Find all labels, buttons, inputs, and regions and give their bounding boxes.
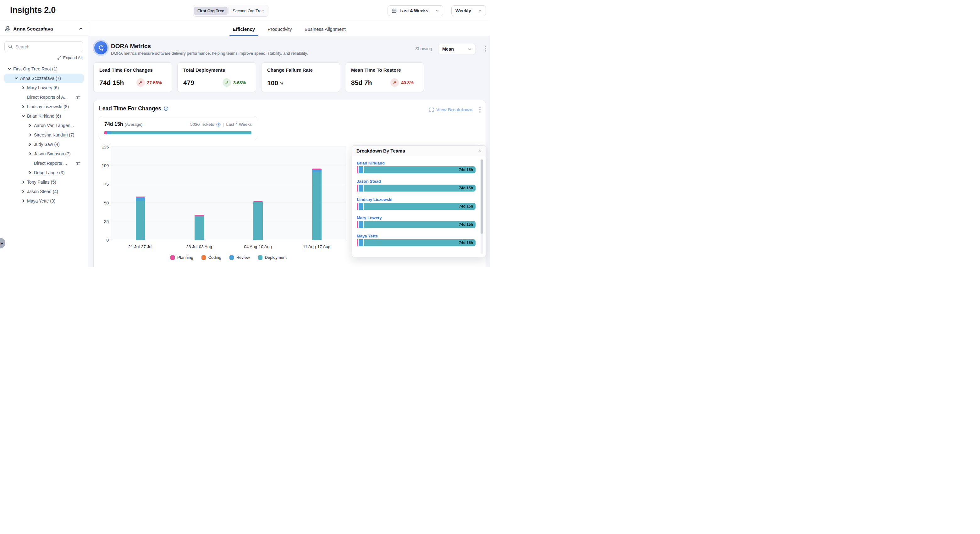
- metric-card-title: Total Deployments: [183, 67, 250, 73]
- tree-item-mary-lowery-6[interactable]: Mary Lowery (6): [5, 83, 84, 92]
- tab-label: Business Alignment: [305, 26, 346, 32]
- tab-business-alignment[interactable]: Business Alignment: [304, 22, 346, 36]
- team-bar-planning-segment: [357, 239, 358, 246]
- chevron-right-icon[interactable]: [28, 152, 34, 156]
- chevron-down-icon[interactable]: [8, 67, 13, 71]
- gridline-125: [111, 147, 346, 147]
- team-link-maya-yette[interactable]: Maya Yette: [357, 234, 378, 238]
- team-bar-mary-lowery: 74d 15h: [357, 221, 476, 228]
- chevron-up-icon[interactable]: [79, 27, 83, 31]
- legend-item-review: Review: [229, 255, 250, 260]
- tree-item-brian-kirkland-6[interactable]: Brian Kirkland (6): [5, 111, 84, 121]
- y-tick-label: 125: [102, 145, 109, 149]
- kebab-menu-icon[interactable]: [485, 46, 486, 52]
- chevron-right-icon[interactable]: [21, 86, 27, 89]
- team-bar-lindsay-liszewski: 74d 15h: [357, 203, 476, 210]
- tree-item-aaron-van-langen[interactable]: Aaron Van Langen...: [5, 121, 84, 130]
- legend-item-planning: Planning: [170, 255, 193, 260]
- filter-sliders-icon[interactable]: [76, 161, 84, 166]
- chevron-right-icon[interactable]: [21, 180, 27, 184]
- team-bar-review-segment: [359, 166, 363, 173]
- chevron-right-icon[interactable]: [28, 133, 34, 137]
- view-breakdown-button[interactable]: View Breakdown: [430, 107, 473, 112]
- tree-item-label: Sireesha Kunduri (7): [34, 132, 74, 137]
- tree-item-label: Tony Pallas (5): [27, 180, 56, 185]
- chevron-right-icon[interactable]: [28, 171, 34, 175]
- content-area: DORA Metrics DORA metrics measure softwa…: [88, 36, 490, 267]
- trend-badge: ↗40.8%: [390, 78, 414, 87]
- filter-sliders-icon[interactable]: [76, 95, 84, 99]
- showing-dropdown[interactable]: Mean: [438, 44, 476, 54]
- average-value: 74d 15h: [104, 121, 123, 127]
- team-bar-review-segment: [359, 239, 363, 246]
- tree-item-anna-scozzafava-7[interactable]: Anna Scozzafava (7): [5, 73, 84, 83]
- chevron-down-icon: [468, 47, 472, 51]
- tree-item-tony-pallas-5[interactable]: Tony Pallas (5): [5, 177, 84, 187]
- team-bar-review-segment: [359, 221, 363, 228]
- expand-all-button[interactable]: Expand All: [57, 55, 82, 60]
- chevron-right-icon[interactable]: [28, 142, 34, 146]
- tree-item-label: Jason Simpson (7): [34, 151, 71, 156]
- org-toggle-option-1[interactable]: First Org Tree: [194, 6, 228, 15]
- kebab-menu-icon[interactable]: [479, 107, 480, 113]
- tree-item-maya-yette-3[interactable]: Maya Yette (3): [5, 196, 84, 206]
- trend-up-icon: ↗: [390, 78, 399, 87]
- gridline-50: [111, 202, 346, 203]
- info-icon[interactable]: [164, 106, 169, 111]
- chevron-right-icon[interactable]: [21, 190, 27, 193]
- y-tick-label: 0: [106, 238, 109, 242]
- tab-productivity[interactable]: Productivity: [267, 22, 293, 36]
- org-tree-icon: [5, 26, 10, 32]
- tree-item-jason-stead-4[interactable]: Jason Stead (4): [5, 187, 84, 196]
- org-tree-toggle[interactable]: First Org TreeSecond Org Tree: [192, 5, 269, 17]
- bar-segment-deployment: [253, 202, 263, 240]
- tree-item-sireesha-kunduri-7[interactable]: Sireesha Kunduri (7): [5, 130, 84, 140]
- date-range-dropdown[interactable]: Last 4 Weeks: [388, 5, 443, 16]
- y-tick-label: 25: [104, 219, 109, 223]
- team-bar-value: 74d 15h: [459, 186, 473, 190]
- tree-item-label: Doug Lange (3): [34, 170, 64, 175]
- metric-card-mean-time-to-restore: Mean Time To Restore85d 7h↗40.8%: [345, 62, 424, 92]
- tree-item-first-org-tree-root-1[interactable]: First Org Tree Root (1): [5, 64, 84, 73]
- team-link-brian-kirkland[interactable]: Brian Kirkland: [357, 161, 385, 166]
- tree-item-direct-reports[interactable]: Direct Reports ...: [5, 158, 84, 168]
- chevron-right-icon[interactable]: [21, 199, 27, 203]
- search-box[interactable]: [5, 41, 83, 52]
- chevron-down-icon[interactable]: [14, 77, 20, 80]
- y-axis-labels: 0255075100125: [94, 147, 109, 240]
- chart-legend: PlanningCodingReviewDeployment: [111, 255, 346, 260]
- org-toggle-option-2[interactable]: Second Org Tree: [229, 6, 267, 15]
- tree-item-doug-lange-3[interactable]: Doug Lange (3): [5, 168, 84, 177]
- expand-all-icon: [57, 56, 61, 60]
- showing-value: Mean: [442, 46, 454, 52]
- team-link-lindsay-liszewski[interactable]: Lindsay Liszewski: [357, 197, 392, 202]
- tree-item-lindsay-liszewski-8[interactable]: Lindsay Liszewski (8): [5, 102, 84, 111]
- team-bar-deployment-segment: 74d 15h: [364, 239, 476, 246]
- tab-label: Productivity: [267, 26, 292, 32]
- metric-card-total-deployments: Total Deployments479↗3.68%: [177, 62, 256, 92]
- chevron-down-icon[interactable]: [21, 114, 27, 118]
- legend-swatch-deployment: [258, 255, 262, 260]
- app-title: Insights 2.0: [10, 5, 56, 15]
- sidebar-header[interactable]: Anna Scozzafava: [0, 22, 88, 36]
- team-link-jason-stead[interactable]: Jason Stead: [357, 179, 381, 184]
- bar-segment-review: [312, 170, 321, 172]
- tab-label: Efficiency: [232, 26, 255, 32]
- tree-item-jason-simpson-7[interactable]: Jason Simpson (7): [5, 149, 84, 158]
- chevron-right-icon[interactable]: [21, 105, 27, 108]
- team-bar-review-segment: [359, 185, 363, 191]
- tree-item-judy-saw-4[interactable]: Judy Saw (4): [5, 140, 84, 149]
- average-label: (Average): [125, 122, 143, 127]
- metric-card-value-row: 85d 7h↗40.8%: [351, 78, 418, 87]
- granularity-dropdown[interactable]: Weekly: [451, 5, 486, 16]
- scrollbar-thumb[interactable]: [480, 159, 483, 234]
- active-tab-underline: [229, 35, 258, 36]
- tab-efficiency[interactable]: Efficiency: [232, 22, 256, 36]
- close-icon[interactable]: ×: [478, 148, 481, 154]
- chevron-right-icon[interactable]: [28, 124, 34, 128]
- info-icon[interactable]: [216, 122, 221, 127]
- tree-item-direct-reports-of-a[interactable]: Direct Reports of A...: [5, 92, 84, 102]
- toggle-divider: [228, 7, 229, 14]
- search-input[interactable]: [15, 45, 79, 49]
- team-link-mary-lowery[interactable]: Mary Lowery: [357, 215, 382, 220]
